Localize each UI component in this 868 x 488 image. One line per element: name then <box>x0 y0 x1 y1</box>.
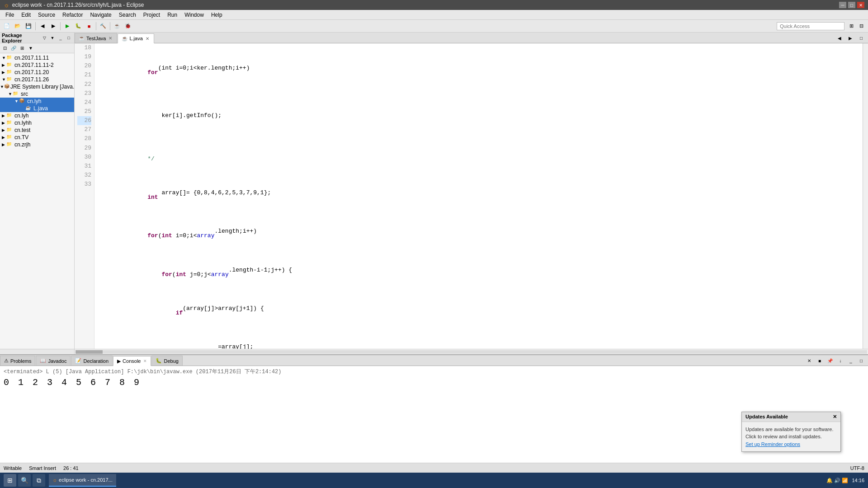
tab-ljava[interactable]: ☕ L.java ✕ <box>118 33 154 43</box>
tb-debug[interactable]: 🐛 <box>73 21 83 31</box>
minimize-button[interactable]: ─ <box>839 2 846 8</box>
line-num-24: 24 <box>77 98 91 107</box>
pe-maximize[interactable]: □ <box>65 34 72 42</box>
line-num-21: 21 <box>77 70 91 80</box>
btab-debug[interactable]: 🐛 Debug <box>151 356 182 366</box>
menu-refactor[interactable]: Refactor <box>59 11 86 19</box>
tab-maximize[interactable]: □ <box>856 33 866 43</box>
btab-console[interactable]: ▶ Console ✕ <box>113 356 151 366</box>
console-clear[interactable]: ✕ <box>804 356 814 366</box>
close-button[interactable]: ✕ <box>857 2 864 8</box>
editor-tab-bar: ☕ TestJava ✕ ☕ L.java ✕ ◀ ▶ □ <box>75 33 868 43</box>
menu-help[interactable]: Help <box>208 11 226 19</box>
btab-label: Debug <box>164 358 178 364</box>
console-minimize[interactable]: _ <box>846 356 856 366</box>
tb-open[interactable]: 📂 <box>13 21 23 31</box>
tab-close-testjava[interactable]: ✕ <box>108 36 113 41</box>
tb-perspective-debug[interactable]: 🐞 <box>123 21 133 31</box>
editor-vertical-scrollbar[interactable] <box>863 43 868 349</box>
line-num-22: 22 <box>77 80 91 89</box>
search-taskbar[interactable]: 🔍 <box>18 474 31 487</box>
maximize-button[interactable]: □ <box>848 2 855 8</box>
line-num-32: 32 <box>77 171 91 180</box>
library-icon: 📦 <box>4 84 9 90</box>
menu-run[interactable]: Run <box>164 11 181 19</box>
tree-item-cn201726[interactable]: ▼ 📁 cn.2017.11.26 <box>0 76 74 83</box>
tree-item-cnzrjh[interactable]: ▶ 📁 cn.zrjh <box>0 141 74 148</box>
tree-item-cn201720[interactable]: ▶ 📁 cn.2017.11.20 <box>0 69 74 76</box>
tab-next[interactable]: ▶ <box>845 33 855 43</box>
horiz-scroll-thumb <box>75 350 103 354</box>
tb-views[interactable]: ⊟ <box>856 21 866 31</box>
btab-declaration[interactable]: 📝 Declaration <box>71 356 113 366</box>
reminder-link[interactable]: Set up Reminder options <box>745 441 800 447</box>
menu-source[interactable]: Source <box>34 11 59 19</box>
console-icon: ▶ <box>117 358 121 364</box>
start-button[interactable]: ⊞ <box>4 474 16 487</box>
pe-collapse[interactable]: ▽ <box>41 34 48 42</box>
console-badge: ✕ <box>143 359 147 363</box>
code-editor[interactable]: 18 19 20 21 22 23 24 25 26 27 28 29 30 3… <box>75 43 868 349</box>
btab-problems[interactable]: ⚠ Problems <box>0 356 35 366</box>
tb-build[interactable]: 🔨 <box>98 21 108 31</box>
btab-javadoc[interactable]: 📖 Javadoc <box>36 356 71 366</box>
tree-item-ljava[interactable]: ☕ L.java <box>0 105 74 112</box>
tree-item-cnlyhh[interactable]: ▶ 📁 cn.lyhh <box>0 119 74 127</box>
eclipse-taskbar-app[interactable]: ☼ eclipse work - cn.2017... <box>49 474 116 487</box>
menu-edit[interactable]: Edit <box>18 11 34 19</box>
pe-minimize[interactable]: _ <box>57 34 64 42</box>
tab-testjava[interactable]: ☕ TestJava ✕ <box>75 33 117 43</box>
tab-view-menu[interactable]: ◀ <box>835 33 844 43</box>
pe-collapse-all[interactable]: ⊡ <box>1 44 9 52</box>
quick-access-input[interactable] <box>777 22 844 30</box>
bottom-panel: ⚠ Problems 📖 Javadoc 📝 Declaration ▶ Con… <box>0 354 868 463</box>
code-line-24: if(array[j]>array[j+1]) { <box>98 304 859 322</box>
editor-horizontal-scrollbar[interactable] <box>75 349 868 354</box>
tree-arrow: ▶ <box>2 142 6 147</box>
javadoc-icon: 📖 <box>40 358 46 364</box>
console-scroll[interactable]: ↓ <box>835 356 845 366</box>
tb-new[interactable]: 📄 <box>2 21 12 31</box>
tb-run[interactable]: ▶ <box>62 21 72 31</box>
sys-tray: 🔔 🔊 📶 <box>826 478 848 483</box>
menu-search[interactable]: Search <box>115 11 140 19</box>
menu-project[interactable]: Project <box>140 11 164 19</box>
toolbar: 📄 📂 💾 ◀ ▶ ▶ 🐛 ■ 🔨 ☕ 🐞 ⊞ ⊟ <box>0 20 868 33</box>
btab-label: Problems <box>10 358 31 364</box>
window-controls: ─ □ ✕ <box>839 2 864 8</box>
tb-perspective-java[interactable]: ☕ <box>112 21 122 31</box>
tree-item-cn2017112[interactable]: ▶ 📁 cn.2017.11.11-2 <box>0 61 74 69</box>
console-terminate[interactable]: ■ <box>815 356 825 366</box>
popup-close-button[interactable]: ✕ <box>833 414 837 420</box>
tree-item-cnlyh[interactable]: ▶ 📁 cn.lyh <box>0 112 74 119</box>
tb-forward[interactable]: ▶ <box>48 21 58 31</box>
line-num-18: 18 <box>77 43 91 52</box>
status-writable: Writable <box>4 465 22 471</box>
line-num-28: 28 <box>77 134 91 143</box>
console-pin[interactable]: 📌 <box>825 356 835 366</box>
tb-perspectives[interactable]: ⊞ <box>846 21 856 31</box>
menu-window[interactable]: Window <box>181 11 208 19</box>
tree-item-cntv[interactable]: ▶ 📁 cn.TV <box>0 134 74 141</box>
tree-item-src[interactable]: ▼ 📁 src <box>0 90 74 98</box>
tab-close-ljava[interactable]: ✕ <box>145 36 150 41</box>
tree-item-cnlyh-pkg[interactable]: ▼ 📦 cn.lyh <box>0 98 74 105</box>
code-content[interactable]: for(int i=0;i<ker.length;i++) ker[i].get… <box>94 43 863 349</box>
pe-filter[interactable]: ⊞ <box>18 44 26 52</box>
pe-link[interactable]: 🔗 <box>9 44 18 52</box>
task-view[interactable]: ⧉ <box>33 474 45 487</box>
console-maximize[interactable]: □ <box>856 356 866 366</box>
java-file-icon-active: ☕ <box>122 36 128 42</box>
menu-file[interactable]: File <box>2 11 18 19</box>
tb-save[interactable]: 💾 <box>24 21 33 31</box>
menu-navigate[interactable]: Navigate <box>86 11 115 19</box>
tb-stop[interactable]: ■ <box>84 21 94 31</box>
tb-back[interactable]: ◀ <box>38 21 47 31</box>
pe-settings[interactable]: ▼ <box>27 44 35 52</box>
eclipse-icon: ☼ <box>52 477 57 483</box>
code-line-25: int temp =array[j]; <box>98 343 859 349</box>
pe-menu[interactable]: ▼ <box>49 34 56 42</box>
tree-item-cntest[interactable]: ▶ 📁 cn.test <box>0 127 74 134</box>
tree-item-cn201711[interactable]: ▼ 📁 cn.2017.11.11 <box>0 54 74 61</box>
tree-item-jre[interactable]: ▼ 📦 JRE System Library [Java... <box>0 83 74 90</box>
